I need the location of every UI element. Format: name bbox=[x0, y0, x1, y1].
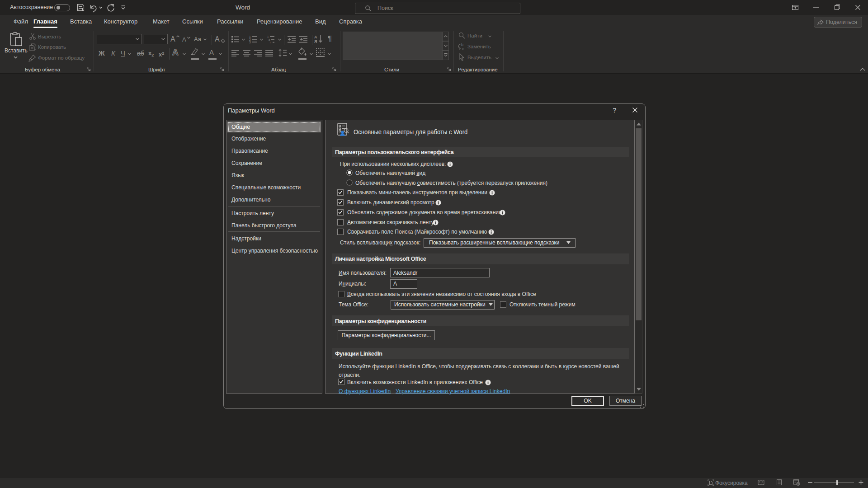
svg-text:c: c bbox=[462, 47, 464, 51]
svg-text:1: 1 bbox=[267, 35, 269, 38]
svg-text:Я: Я bbox=[314, 39, 317, 44]
svg-text:i: i bbox=[270, 41, 270, 44]
svg-text:a: a bbox=[269, 38, 270, 41]
svg-text:А: А bbox=[314, 35, 317, 39]
svg-text:3: 3 bbox=[249, 41, 251, 44]
